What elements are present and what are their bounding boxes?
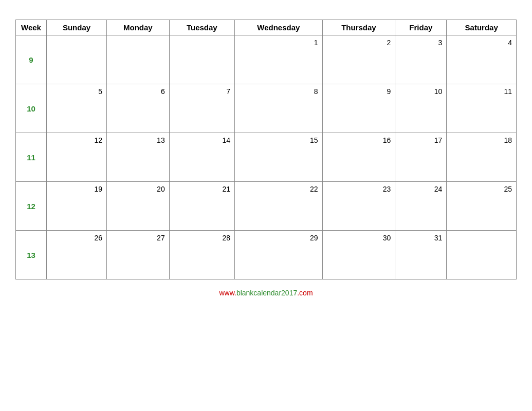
day-number: 20 (110, 184, 166, 193)
day-cell-9-wed: 1 (235, 35, 323, 84)
day-number: 10 (398, 86, 443, 96)
day-number: 12 (50, 135, 103, 144)
day-cell-10-wed: 8 (235, 84, 323, 133)
calendar-wrapper: WeekSundayMondayTuesdayWednesdayThursday… (15, 20, 517, 279)
day-number: 31 (398, 233, 443, 242)
day-cell-13-sat (447, 231, 517, 279)
day-number: 22 (238, 184, 319, 193)
day-cell-11-tue: 14 (169, 133, 234, 182)
day-cell-11-thu: 16 (322, 133, 395, 182)
day-number: 26 (50, 233, 103, 242)
day-number: 25 (450, 184, 513, 193)
footer: www.blankcalendar2017.com (219, 289, 313, 297)
day-cell-9-mon (107, 35, 170, 84)
calendar-row-week-12: 1219202122232425 (16, 182, 517, 231)
day-cell-13-thu: 30 (322, 231, 395, 279)
day-cell-10-tue: 7 (169, 84, 234, 133)
day-number: 1 (238, 38, 319, 47)
day-cell-9-thu: 2 (322, 35, 395, 84)
day-cell-10-thu: 9 (322, 84, 395, 133)
day-number: 2 (326, 38, 392, 47)
footer-url-red1: www. (219, 289, 236, 297)
day-cell-12-sun: 19 (47, 182, 107, 231)
day-number: 4 (450, 38, 513, 47)
week-number-9: 9 (16, 35, 47, 84)
day-number: 29 (238, 233, 319, 242)
day-number: 11 (450, 86, 513, 96)
day-number: 6 (110, 86, 166, 96)
day-cell-13-mon: 27 (107, 231, 170, 279)
day-cell-12-fri: 24 (395, 182, 447, 231)
header-saturday: Saturday (447, 20, 517, 35)
day-cell-10-sat: 11 (447, 84, 517, 133)
day-cell-11-sat: 18 (447, 133, 517, 182)
calendar-row-week-11: 1112131415161718 (16, 133, 517, 182)
day-number: 9 (326, 86, 392, 96)
day-number: 3 (398, 38, 443, 47)
day-cell-12-sat: 25 (447, 182, 517, 231)
day-cell-10-sun: 5 (47, 84, 107, 133)
week-number-10: 10 (16, 84, 47, 133)
header-tuesday: Tuesday (169, 20, 234, 35)
day-number: 30 (326, 233, 392, 242)
day-number: 15 (238, 135, 319, 144)
day-cell-11-fri: 17 (395, 133, 447, 182)
header-thursday: Thursday (322, 20, 395, 35)
calendar-row-week-13: 13262728293031 (16, 231, 517, 279)
day-number: 8 (238, 86, 319, 96)
footer-url-green: blankcalendar2017 (236, 289, 297, 297)
day-number: 21 (173, 184, 231, 193)
header-wednesday: Wednesday (235, 20, 323, 35)
calendar-table: WeekSundayMondayTuesdayWednesdayThursday… (15, 20, 517, 279)
day-number: 5 (50, 86, 103, 96)
header-friday: Friday (395, 20, 447, 35)
day-cell-12-tue: 21 (169, 182, 234, 231)
week-number-13: 13 (16, 231, 47, 279)
day-cell-9-tue (169, 35, 234, 84)
day-cell-13-tue: 28 (169, 231, 234, 279)
day-number: 14 (173, 135, 231, 144)
day-cell-9-sat: 4 (447, 35, 517, 84)
day-number: 28 (173, 233, 231, 242)
day-cell-13-fri: 31 (395, 231, 447, 279)
header-monday: Monday (107, 20, 170, 35)
day-cell-13-wed: 29 (235, 231, 323, 279)
calendar-body: 9123410567891011111213141516171812192021… (16, 35, 517, 279)
day-cell-12-thu: 23 (322, 182, 395, 231)
day-number: 17 (398, 135, 443, 144)
day-cell-13-sun: 26 (47, 231, 107, 279)
day-number: 16 (326, 135, 392, 144)
day-number: 19 (50, 184, 103, 193)
week-number-11: 11 (16, 133, 47, 182)
footer-url-red2: .com (297, 289, 313, 297)
header-sunday: Sunday (47, 20, 107, 35)
day-cell-9-fri: 3 (395, 35, 447, 84)
day-cell-10-mon: 6 (107, 84, 170, 133)
week-number-12: 12 (16, 182, 47, 231)
day-cell-11-sun: 12 (47, 133, 107, 182)
day-number: 23 (326, 184, 392, 193)
day-number: 13 (110, 135, 166, 144)
day-cell-11-mon: 13 (107, 133, 170, 182)
day-number: 7 (173, 86, 231, 96)
calendar-row-week-9: 91234 (16, 35, 517, 84)
header-week: Week (16, 20, 47, 35)
day-cell-12-wed: 22 (235, 182, 323, 231)
calendar-header-row: WeekSundayMondayTuesdayWednesdayThursday… (16, 20, 517, 35)
day-cell-12-mon: 20 (107, 182, 170, 231)
calendar-row-week-10: 10567891011 (16, 84, 517, 133)
day-number: 18 (450, 135, 513, 144)
day-number: 27 (110, 233, 166, 242)
day-number: 24 (398, 184, 443, 193)
day-cell-9-sun (47, 35, 107, 84)
day-cell-11-wed: 15 (235, 133, 323, 182)
day-cell-10-fri: 10 (395, 84, 447, 133)
